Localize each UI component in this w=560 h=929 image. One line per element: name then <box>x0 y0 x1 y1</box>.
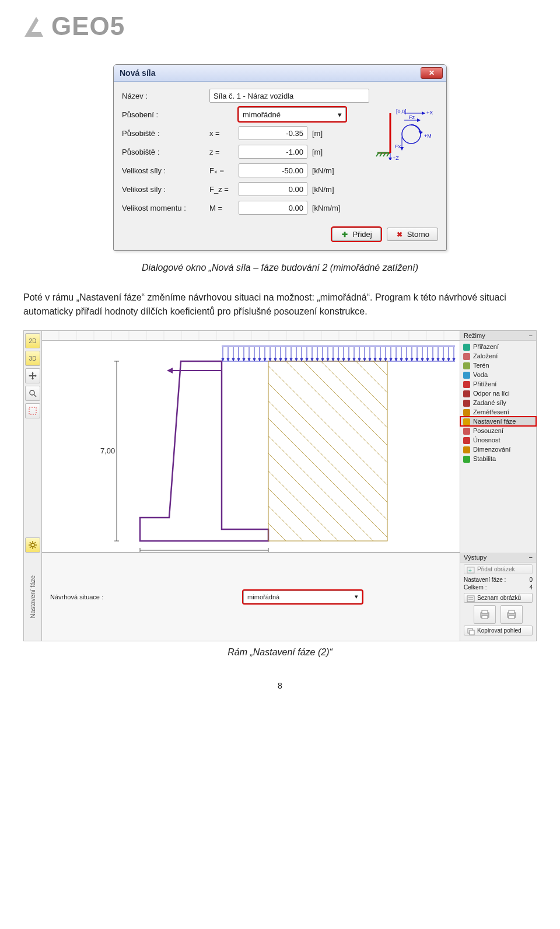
mode-item-eq[interactable]: Zemětřesení <box>460 407 536 417</box>
mode-item-force[interactable]: Zadané síly <box>460 398 536 407</box>
caption-app: Rám „Nastavení fáze (2)“ <box>23 647 537 658</box>
mode-item-verify[interactable]: Posouzení <box>460 426 536 435</box>
svg-marker-98 <box>379 358 382 361</box>
svg-marker-88 <box>353 358 355 361</box>
name-input[interactable]: Síla č. 1 - Náraz vozidla <box>209 89 369 103</box>
m-unit: [kNm/m] <box>312 204 347 212</box>
print-button-1[interactable] <box>474 605 496 624</box>
mode-item-water[interactable]: Voda <box>460 370 536 379</box>
svg-marker-50 <box>253 358 256 361</box>
mode-item-bear[interactable]: Únosnost <box>460 435 536 445</box>
printer-icon <box>479 609 491 620</box>
fx-input[interactable]: -50.00 <box>239 163 307 177</box>
mode-item-label: Únosnost <box>473 436 500 443</box>
svg-marker-60 <box>279 358 282 361</box>
collapse-icon[interactable]: − <box>529 554 533 561</box>
svg-marker-122 <box>442 358 444 361</box>
pos-x-input[interactable]: -0.35 <box>239 126 307 140</box>
svg-marker-64 <box>290 358 292 361</box>
tool-3d-button[interactable]: 3D <box>25 351 40 366</box>
svg-marker-72 <box>311 358 313 361</box>
svg-marker-40 <box>227 358 229 361</box>
svg-line-132 <box>268 401 387 520</box>
svg-marker-74 <box>316 358 318 361</box>
add-button[interactable]: ✚ Přidej <box>332 228 380 241</box>
svg-line-24 <box>34 394 36 397</box>
svg-marker-94 <box>369 358 371 361</box>
app-screenshot: 2D 3D <box>23 330 537 641</box>
mode-item-stage[interactable]: Nastavení fáze <box>460 417 536 426</box>
svg-line-136 <box>268 471 338 541</box>
frame-vertical-label: Nastavení fáze <box>23 553 42 641</box>
copy-view-button[interactable]: Kopírovat pohled <box>464 626 533 635</box>
mode-item-found[interactable]: Založení <box>460 351 536 361</box>
action-label: Působení : <box>122 110 209 119</box>
fz-input[interactable]: 0.00 <box>239 182 307 196</box>
mode-item-resist[interactable]: Odpor na líci <box>460 389 536 398</box>
body-paragraph: Poté v rámu „Nastavení fáze“ změníme náv… <box>23 291 537 319</box>
dialog-new-force: Nová síla ✕ [0,0] +X +Z <box>113 64 447 251</box>
svg-marker-48 <box>248 358 250 361</box>
move-icon <box>29 372 37 380</box>
tool-move-button[interactable] <box>25 368 40 383</box>
pos-x-label: Působiště : <box>122 129 209 138</box>
svg-marker-84 <box>342 358 345 361</box>
close-icon: ✕ <box>429 69 435 77</box>
mode-item-terrain[interactable]: Terén <box>460 361 536 370</box>
pos-z-input[interactable]: -1.00 <box>239 145 307 159</box>
svg-marker-102 <box>390 358 392 361</box>
print-button-2[interactable] <box>501 605 523 624</box>
mode-item-geom[interactable]: Přiřazení <box>460 342 536 351</box>
tool-select-button[interactable] <box>25 403 40 418</box>
svg-rect-161 <box>463 428 470 435</box>
pos-z-unit: [m] <box>312 148 347 156</box>
svg-text:+M: +M <box>424 133 432 139</box>
svg-marker-100 <box>384 358 387 361</box>
mode-list: PřiřazeníZaloženíTerénVodaPřitíženíOdpor… <box>460 341 536 464</box>
mode-item-label: Přiřazení <box>473 343 499 350</box>
mode-item-label: Zemětřesení <box>473 408 509 415</box>
svg-marker-120 <box>437 358 439 361</box>
svg-rect-155 <box>463 372 470 379</box>
tool-zoom-button[interactable] <box>25 386 40 401</box>
svg-rect-159 <box>463 409 470 416</box>
svg-marker-56 <box>269 358 271 361</box>
svg-rect-25 <box>29 407 36 414</box>
stab-icon <box>463 455 471 463</box>
design-situation-combo[interactable]: mimořádná ▾ <box>243 591 362 603</box>
add-picture-button[interactable]: + Přidat obrázek <box>464 564 533 574</box>
svg-text:+X: +X <box>426 110 433 116</box>
tool-settings-button[interactable] <box>25 537 40 553</box>
list-icon <box>467 595 475 603</box>
svg-marker-104 <box>395 358 397 361</box>
chevron-down-icon: ▾ <box>355 593 358 600</box>
fx-symbol: Fₓ = <box>209 166 239 175</box>
eq-icon <box>463 408 471 417</box>
svg-rect-174 <box>509 610 514 613</box>
svg-marker-78 <box>327 358 329 361</box>
tool-2d-button[interactable]: 2D <box>25 333 40 348</box>
cancel-button[interactable]: ✖ Storno <box>387 228 438 241</box>
svg-marker-46 <box>243 358 245 361</box>
svg-line-137 <box>268 488 321 541</box>
mode-item-dim[interactable]: Dimenzování <box>460 445 536 454</box>
dialog-close-button[interactable]: ✕ <box>421 67 443 79</box>
mode-item-label: Terén <box>473 362 489 369</box>
pos-z-label: Působiště : <box>122 148 209 156</box>
svg-marker-114 <box>421 358 424 361</box>
wall-drawing: 7,00 2,50 <box>42 331 460 553</box>
mode-item-surch[interactable]: Přitížení <box>460 379 536 389</box>
svg-marker-12 <box>388 158 392 160</box>
svg-marker-9 <box>422 111 425 115</box>
mode-item-stab[interactable]: Stabilita <box>460 454 536 463</box>
geom-icon <box>463 343 471 351</box>
collapse-icon[interactable]: − <box>529 332 533 339</box>
svg-line-31 <box>30 542 31 543</box>
pos-x-symbol: x = <box>209 129 239 138</box>
svg-rect-160 <box>463 418 470 425</box>
svg-point-26 <box>31 543 34 547</box>
m-input[interactable]: 0.00 <box>239 201 307 215</box>
action-combo[interactable]: mimořádné ▾ <box>239 107 346 121</box>
picture-list-button[interactable]: Seznam obrázků <box>464 593 533 603</box>
drawing-canvas[interactable]: 7,00 2,50 <box>42 330 460 553</box>
